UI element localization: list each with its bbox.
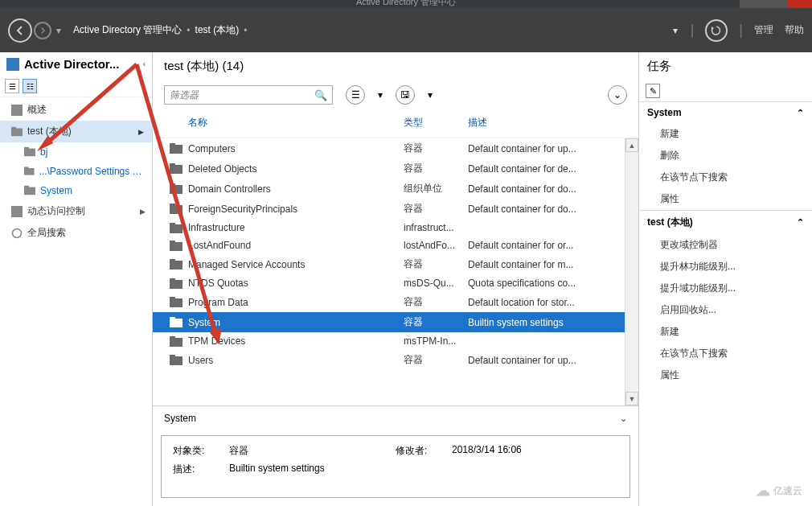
col-header-name[interactable]: 名称 (188, 116, 404, 130)
folder-icon (164, 336, 188, 347)
breadcrumb-root[interactable]: Active Directory 管理中心 (73, 23, 182, 37)
list-row[interactable]: TPM DevicesmsTPM-In... (153, 332, 638, 350)
list-row[interactable]: LostAndFoundlostAndFo...Default containe… (153, 237, 638, 254)
list-row[interactable]: ForeignSecurityPrincipals容器Default conta… (153, 199, 638, 219)
task-section-header[interactable]: test (本地)⌃ (639, 210, 812, 234)
column-headers: 名称 类型 描述 (153, 109, 638, 138)
detail-header: System ⌄ (153, 405, 638, 430)
watermark: ☁ 亿速云 (756, 482, 802, 500)
svg-rect-17 (170, 183, 175, 187)
row-name: Infrastructure (188, 222, 404, 233)
task-item[interactable]: 提升域功能级别... (639, 278, 812, 299)
scroll-down-icon[interactable]: ▼ (625, 392, 638, 405)
filter-input[interactable] (170, 89, 314, 101)
sidebar-item[interactable]: test (本地) (0, 121, 152, 142)
nav-back-button[interactable] (8, 19, 32, 43)
search-icon[interactable]: 🔍 (314, 89, 327, 101)
svg-rect-5 (24, 147, 29, 150)
sidebar-item[interactable]: ...\Password Settings Con... (0, 162, 152, 181)
nav-dropdown-icon[interactable]: ▾ (56, 25, 61, 36)
breadcrumb-separator: • (244, 25, 247, 36)
list-row[interactable]: Infrastructureinfrastruct... (153, 219, 638, 237)
sidebar-item[interactable]: 全局搜索 (0, 222, 152, 244)
task-item[interactable]: 新建 (639, 123, 812, 145)
folder-icon (24, 146, 35, 158)
row-type: 容器 (404, 162, 468, 175)
manage-link[interactable]: 管理 (754, 23, 773, 37)
svg-rect-21 (170, 223, 175, 226)
folder-icon (164, 204, 188, 214)
window-maximize-button[interactable] (764, 0, 788, 8)
window-close-button[interactable] (788, 0, 812, 8)
col-header-desc[interactable]: 描述 (468, 116, 627, 130)
dropdown-icon[interactable]: ▾ (428, 89, 433, 101)
row-desc: Default container for up... (468, 143, 627, 154)
list-row[interactable]: System容器Builtin system settings (153, 312, 638, 332)
help-link[interactable]: 帮助 (785, 23, 804, 37)
vertical-scrollbar[interactable]: ▲ ▼ (625, 138, 638, 405)
view-options-button[interactable]: ☰ (346, 85, 365, 105)
folder-icon (11, 105, 23, 116)
filter-input-wrapper: 🔍 (164, 85, 333, 105)
svg-rect-9 (24, 186, 29, 189)
watermark-icon: ☁ (756, 482, 770, 500)
window-minimize-button[interactable] (740, 0, 764, 8)
header-separator: | (691, 22, 695, 39)
list-row[interactable]: NTDS QuotasmsDS-Qu...Quota specification… (153, 274, 638, 292)
task-item[interactable]: 更改域控制器 (639, 234, 812, 256)
sidebar-item[interactable]: 概述 (0, 99, 152, 121)
breadcrumb-current[interactable]: test (本地) (195, 23, 240, 37)
sidebar-title: Active Director... (24, 57, 138, 71)
folder-icon (11, 228, 23, 239)
sidebar-item[interactable]: System (0, 181, 152, 200)
tasks-toggle-icon[interactable]: ✎ (646, 84, 660, 98)
scroll-up-icon[interactable]: ▲ (625, 138, 638, 152)
sidebar-item-label: ...\Password Settings Con... (39, 166, 146, 177)
task-item[interactable]: 属性 (639, 364, 812, 386)
task-item[interactable]: 在该节点下搜索 (639, 343, 812, 364)
save-options-button[interactable]: 🖫 (396, 85, 415, 105)
task-item[interactable]: 提升林功能级别... (639, 256, 812, 278)
row-type: 容器 (404, 142, 468, 155)
row-type: 容器 (404, 257, 468, 271)
expand-icon: ▶ (140, 208, 146, 216)
sidebar-collapse-icon[interactable]: ‹ (143, 60, 146, 68)
list-row[interactable]: Computers容器Default container for up... (153, 138, 638, 158)
col-header-type[interactable]: 类型 (404, 116, 468, 130)
collapse-icon[interactable]: ⌃ (797, 217, 804, 228)
task-item[interactable]: 新建 (639, 321, 812, 343)
detail-collapse-icon[interactable]: ⌄ (620, 413, 627, 424)
sidebar-item-label: 全局搜索 (27, 226, 66, 240)
folder-icon (24, 185, 35, 196)
task-item[interactable]: 启用回收站... (639, 299, 812, 321)
expand-button[interactable]: ⌄ (608, 85, 627, 105)
task-item[interactable]: 在该节点下搜索 (639, 167, 812, 188)
sidebar-item[interactable]: bj (0, 142, 152, 162)
svg-rect-15 (170, 163, 175, 167)
task-section-header[interactable]: System⌃ (639, 101, 812, 123)
row-name: Program Data (188, 297, 404, 308)
center-panel: test (本地) (14) 🔍 ☰ ▾ 🖫 ▾ ⌄ 名称 类型 描述 Comp… (153, 52, 639, 506)
sidebar-view-tree-button[interactable]: ☷ (23, 79, 37, 93)
nav-forward-button[interactable] (34, 22, 51, 39)
list-row[interactable]: Users容器Default container for up... (153, 350, 638, 370)
detail-modified-label: 修改者: (396, 444, 452, 458)
sidebar-view-list-button[interactable]: ☰ (5, 79, 19, 93)
task-item[interactable]: 删除 (639, 145, 812, 167)
refresh-button[interactable] (705, 19, 728, 42)
list-row[interactable]: Deleted Objects容器Default container for d… (153, 158, 638, 179)
folder-icon (164, 297, 188, 307)
dropdown-icon[interactable]: ▾ (378, 89, 383, 101)
svg-rect-19 (170, 204, 175, 207)
sidebar-item-label: 动态访问控制 (27, 204, 85, 218)
list-row[interactable]: Managed Service Accounts容器Default contai… (153, 254, 638, 274)
folder-icon (164, 183, 188, 194)
sidebar-item[interactable]: 动态访问控制▶ (0, 200, 152, 222)
row-name: Domain Controllers (188, 183, 404, 195)
header-dropdown-icon[interactable]: ▾ (673, 25, 678, 36)
task-section-title: test (本地) (647, 216, 693, 229)
task-item[interactable]: 属性 (639, 188, 812, 210)
list-row[interactable]: Program Data容器Default location for stor.… (153, 292, 638, 312)
list-row[interactable]: Domain Controllers组织单位Default container … (153, 179, 638, 199)
collapse-icon[interactable]: ⌃ (797, 108, 804, 118)
